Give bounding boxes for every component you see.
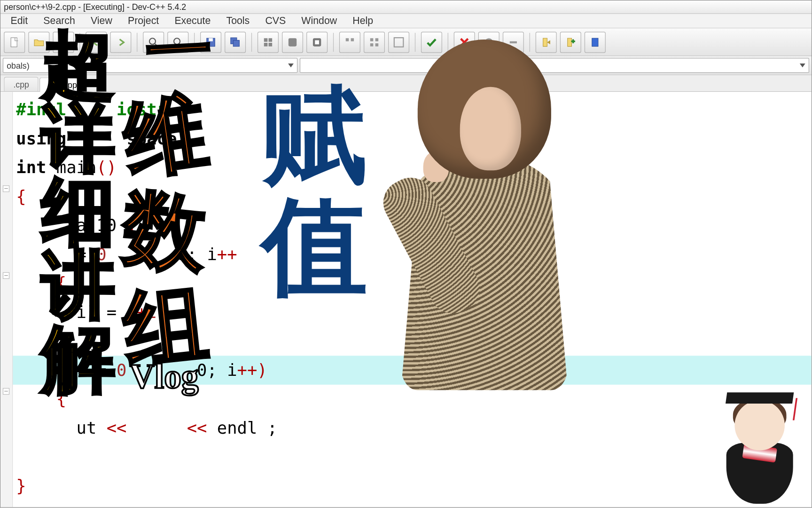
overlay-orange-top: 一 <box>143 16 212 86</box>
tab-file-prev[interactable]: .cpp <box>4 77 39 91</box>
grid-icon <box>344 36 356 48</box>
svg-rect-0 <box>11 38 17 47</box>
grid2-icon <box>368 36 380 48</box>
debug-button[interactable] <box>364 32 385 53</box>
svg-rect-25 <box>592 38 598 46</box>
graduate-avatar <box>718 385 802 502</box>
compile-icon <box>262 36 274 48</box>
new-file-button[interactable] <box>4 32 25 53</box>
svg-rect-9 <box>264 38 268 42</box>
file-icon <box>8 36 21 48</box>
svg-rect-11 <box>264 42 268 46</box>
save-all-button[interactable] <box>225 32 246 53</box>
chevron-down-icon <box>288 64 294 67</box>
window-titlebar: person\c++\9-2.cpp - [Executing] - Dev-C… <box>0 0 812 14</box>
overlay-orange-2: 数 <box>119 185 210 277</box>
svg-rect-13 <box>289 38 297 46</box>
menu-window[interactable]: Window <box>294 13 345 28</box>
book-icon <box>589 36 601 48</box>
person-photo <box>390 40 579 396</box>
compile-run-icon <box>311 36 323 48</box>
run-button[interactable] <box>282 32 303 53</box>
fold-marker-icon[interactable]: − <box>3 185 9 192</box>
svg-rect-18 <box>370 38 374 41</box>
menu-tools[interactable]: Tools <box>219 13 258 28</box>
svg-rect-19 <box>375 38 379 41</box>
svg-rect-21 <box>375 43 379 47</box>
rebuild-button[interactable] <box>339 32 360 53</box>
scope-value: obals) <box>7 61 29 70</box>
fold-marker-icon[interactable]: − <box>3 388 9 395</box>
window-title: person\c++\9-2.cpp - [Executing] - Dev-C… <box>4 2 186 12</box>
menu-cvs[interactable]: CVS <box>258 13 294 28</box>
overlay-vlog-text: Vlog <box>130 357 199 397</box>
svg-rect-10 <box>269 38 273 42</box>
redo-button[interactable] <box>110 32 131 53</box>
run-icon <box>287 36 299 48</box>
svg-rect-16 <box>346 38 349 41</box>
gutter: − − − <box>0 92 13 507</box>
menu-help[interactable]: Help <box>345 13 381 28</box>
menu-bar: Edit Search View Project Execute Tools C… <box>0 14 812 29</box>
compile-button[interactable] <box>258 32 279 53</box>
fold-marker-icon[interactable]: − <box>3 272 9 279</box>
menu-edit[interactable]: Edit <box>3 13 36 28</box>
overlay-orange-1: 维 <box>118 89 211 183</box>
svg-rect-17 <box>351 38 354 41</box>
overlay-blue-text: 赋 值 <box>262 79 367 302</box>
svg-rect-12 <box>269 42 273 46</box>
overlay-yellow-text: 超 详 细 讲 解 <box>42 28 113 396</box>
svg-rect-15 <box>315 40 319 44</box>
compile-run-button[interactable] <box>306 32 328 53</box>
chevron-down-icon <box>800 64 805 67</box>
svg-rect-8 <box>233 40 239 46</box>
redo-icon <box>115 36 127 48</box>
svg-rect-20 <box>370 43 374 47</box>
save-all-icon <box>229 36 242 48</box>
bookmarks-button[interactable] <box>585 32 606 53</box>
